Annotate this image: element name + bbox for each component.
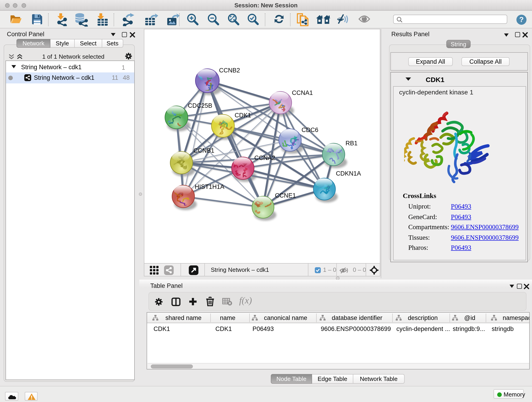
svg-text:CDK1: CDK1: [234, 112, 251, 119]
svg-text:CDKN1A: CDKN1A: [336, 170, 361, 177]
svg-text:CCNA1: CCNA1: [292, 89, 313, 96]
svg-text:CDC6: CDC6: [302, 127, 318, 133]
svg-text:CCNE1: CCNE1: [275, 192, 296, 199]
svg-text:CCNB2: CCNB2: [219, 67, 240, 74]
svg-text:CCNA2: CCNA2: [254, 154, 275, 161]
svg-text:HIST1H1A: HIST1H1A: [195, 183, 224, 190]
svg-text:CCNB1: CCNB1: [193, 147, 215, 154]
svg-text:CDC25B: CDC25B: [188, 102, 212, 109]
svg-text:RB1: RB1: [346, 140, 358, 147]
